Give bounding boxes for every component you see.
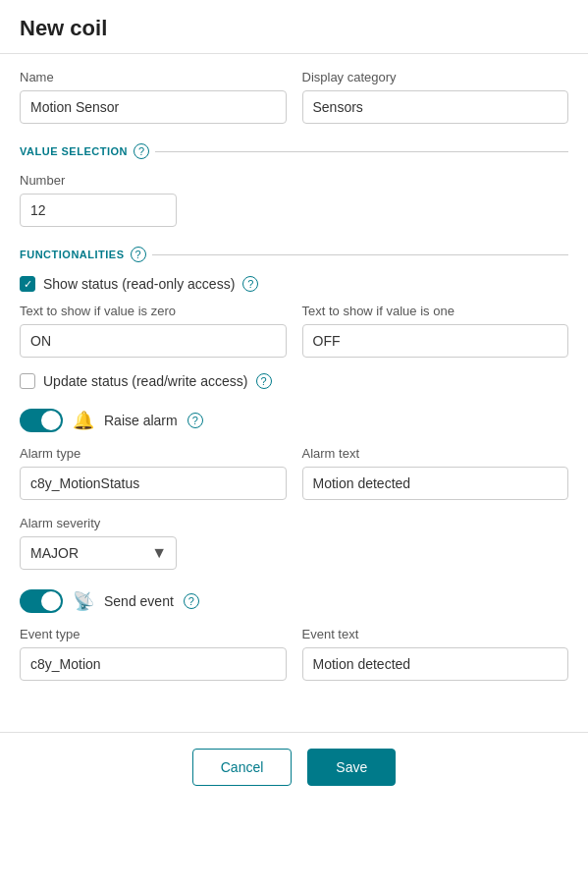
raise-alarm-label: Raise alarm	[104, 413, 178, 428]
alarm-severity-group: Alarm severity MAJOR MINOR CRITICAL WARN…	[20, 516, 568, 570]
alarm-text-input[interactable]	[302, 467, 569, 500]
toggle-knob-event	[41, 591, 61, 611]
raise-alarm-help-icon[interactable]: ?	[187, 413, 203, 428]
check-icon: ✓	[24, 279, 32, 290]
raise-alarm-row: 🔔 Raise alarm ?	[20, 409, 568, 432]
alarm-fields-row: Alarm type Alarm text	[20, 446, 568, 500]
functionalities-title: FUNCTIONALITIES	[20, 249, 125, 260]
name-label: Name	[20, 70, 287, 84]
value-selection-help-icon[interactable]: ?	[134, 143, 149, 159]
text-one-label: Text to show if value is one	[302, 304, 569, 318]
save-button[interactable]: Save	[307, 749, 396, 786]
display-category-group: Display category	[302, 70, 569, 124]
event-type-group: Event type	[20, 627, 287, 681]
show-status-row: ✓ Show status (read-only access) ?	[20, 276, 568, 292]
send-event-label: Send event	[104, 593, 174, 609]
name-display-row: Name Display category	[20, 70, 568, 124]
display-category-input[interactable]	[302, 90, 569, 124]
event-type-label: Event type	[20, 627, 287, 641]
event-text-group: Event text	[302, 627, 569, 681]
send-event-toggle[interactable]	[20, 589, 63, 613]
send-event-row: 📡 Send event ?	[20, 589, 568, 613]
update-status-label: Update status (read/write access)	[43, 373, 248, 389]
text-zero-input[interactable]	[20, 324, 287, 358]
event-text-label: Event text	[302, 627, 569, 641]
alarm-type-label: Alarm type	[20, 446, 287, 461]
alarm-severity-select[interactable]: MAJOR MINOR CRITICAL WARNING	[20, 536, 177, 570]
text-one-input[interactable]	[302, 324, 569, 358]
name-group: Name	[20, 70, 287, 124]
update-status-checkbox[interactable]	[20, 373, 35, 389]
functionalities-line	[152, 254, 569, 255]
radio-icon: 📡	[73, 590, 94, 612]
text-values-row: Text to show if value is zero Text to sh…	[20, 304, 568, 358]
update-status-row: Update status (read/write access) ?	[20, 373, 568, 389]
alarm-type-group: Alarm type	[20, 446, 287, 500]
toggle-knob	[41, 411, 61, 430]
alarm-text-group: Alarm text	[302, 446, 569, 500]
value-selection-line	[155, 151, 568, 152]
functionalities-header: FUNCTIONALITIES ?	[20, 247, 568, 262]
event-text-input[interactable]	[302, 647, 569, 681]
value-selection-header: VALUE SELECTION ?	[20, 143, 568, 159]
page-header: New coil	[0, 0, 588, 54]
cancel-button[interactable]: Cancel	[192, 749, 293, 786]
show-status-help-icon[interactable]: ?	[242, 276, 258, 292]
number-group: Number	[20, 173, 568, 227]
update-status-help-icon[interactable]: ?	[256, 373, 272, 389]
text-one-group: Text to show if value is one	[302, 304, 569, 358]
alarm-type-input[interactable]	[20, 467, 287, 500]
number-input[interactable]	[20, 194, 177, 227]
functionalities-help-icon[interactable]: ?	[131, 247, 146, 262]
show-status-checkbox[interactable]: ✓	[20, 276, 35, 292]
bell-icon: 🔔	[73, 410, 94, 431]
alarm-severity-label: Alarm severity	[20, 516, 568, 530]
text-zero-label: Text to show if value is zero	[20, 304, 287, 318]
event-type-input[interactable]	[20, 647, 287, 681]
show-status-label: Show status (read-only access)	[43, 276, 235, 292]
page-title: New coil	[20, 16, 568, 41]
alarm-severity-wrapper: MAJOR MINOR CRITICAL WARNING ▼	[20, 536, 177, 570]
content-area: Name Display category VALUE SELECTION ? …	[0, 54, 588, 712]
number-label: Number	[20, 173, 568, 188]
text-zero-group: Text to show if value is zero	[20, 304, 287, 358]
raise-alarm-toggle[interactable]	[20, 409, 63, 432]
event-fields-row: Event type Event text	[20, 627, 568, 681]
send-event-help-icon[interactable]: ?	[184, 593, 199, 609]
name-input[interactable]	[20, 90, 287, 124]
footer: Cancel Save	[0, 732, 588, 802]
value-selection-title: VALUE SELECTION	[20, 145, 128, 157]
alarm-text-label: Alarm text	[302, 446, 569, 461]
display-category-label: Display category	[302, 70, 569, 84]
